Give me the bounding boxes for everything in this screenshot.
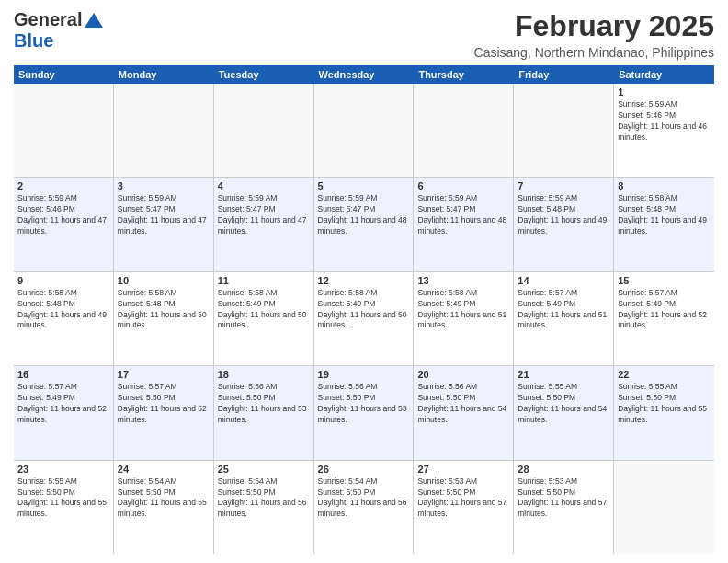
svg-marker-0 [85,13,103,28]
day-cell-24: 24Sunrise: 5:54 AMSunset: 5:50 PMDayligh… [114,461,214,554]
day-number: 6 [417,180,509,191]
day-cell-5: 5Sunrise: 5:59 AMSunset: 5:47 PMDaylight… [314,178,415,270]
day-number: 25 [218,464,310,475]
day-cell-20: 20Sunrise: 5:56 AMSunset: 5:50 PMDayligh… [414,366,514,459]
day-info: Sunrise: 5:58 AMSunset: 5:49 PMDaylight:… [417,288,509,332]
day-number: 20 [417,369,509,380]
empty-cell [614,461,714,554]
day-info: Sunrise: 5:56 AMSunset: 5:50 PMDaylight:… [318,382,410,426]
day-number: 12 [318,275,410,286]
day-info: Sunrise: 5:59 AMSunset: 5:48 PMDaylight:… [518,193,609,237]
day-number: 4 [218,180,310,191]
day-cell-19: 19Sunrise: 5:56 AMSunset: 5:50 PMDayligh… [314,366,415,459]
day-info: Sunrise: 5:54 AMSunset: 5:50 PMDaylight:… [118,477,210,521]
day-cell-21: 21Sunrise: 5:55 AMSunset: 5:50 PMDayligh… [514,366,614,459]
day-info: Sunrise: 5:58 AMSunset: 5:49 PMDaylight:… [318,288,410,332]
day-cell-7: 7Sunrise: 5:59 AMSunset: 5:48 PMDaylight… [514,178,614,270]
empty-cell [514,84,614,177]
day-number: 9 [17,275,109,286]
day-number: 2 [17,180,109,191]
day-info: Sunrise: 5:53 AMSunset: 5:50 PMDaylight:… [518,477,609,521]
day-cell-9: 9Sunrise: 5:58 AMSunset: 5:48 PMDaylight… [14,272,114,365]
logo: General Blue [14,9,103,52]
day-cell-15: 15Sunrise: 5:57 AMSunset: 5:49 PMDayligh… [614,272,714,365]
day-number: 16 [17,369,109,380]
day-number: 21 [518,369,609,380]
day-cell-13: 13Sunrise: 5:58 AMSunset: 5:49 PMDayligh… [414,272,514,365]
calendar-week-2: 2Sunrise: 5:59 AMSunset: 5:46 PMDaylight… [14,178,714,271]
day-cell-10: 10Sunrise: 5:58 AMSunset: 5:48 PMDayligh… [114,272,214,365]
day-cell-27: 27Sunrise: 5:53 AMSunset: 5:50 PMDayligh… [414,461,514,554]
day-number: 3 [118,180,210,191]
page: General Blue February 2025 Casisang, Nor… [0,0,728,563]
day-info: Sunrise: 5:58 AMSunset: 5:48 PMDaylight:… [118,288,210,332]
weekday-header-saturday: Saturday [614,65,714,84]
calendar-week-4: 16Sunrise: 5:57 AMSunset: 5:49 PMDayligh… [14,366,714,460]
day-number: 11 [218,275,310,286]
empty-cell [214,84,314,177]
day-cell-12: 12Sunrise: 5:58 AMSunset: 5:49 PMDayligh… [314,272,415,365]
empty-cell [414,84,514,177]
day-number: 8 [618,180,711,191]
day-cell-11: 11Sunrise: 5:58 AMSunset: 5:49 PMDayligh… [214,272,314,365]
day-cell-4: 4Sunrise: 5:59 AMSunset: 5:47 PMDaylight… [214,178,314,270]
weekday-header-thursday: Thursday [414,65,514,84]
calendar-week-1: 1Sunrise: 5:59 AMSunset: 5:46 PMDaylight… [14,84,714,178]
location-title: Casisang, Northern Mindanao, Philippines [474,45,714,60]
day-cell-3: 3Sunrise: 5:59 AMSunset: 5:47 PMDaylight… [114,178,214,270]
day-info: Sunrise: 5:57 AMSunset: 5:49 PMDaylight:… [17,382,109,426]
day-number: 18 [218,369,310,380]
day-info: Sunrise: 5:58 AMSunset: 5:48 PMDaylight:… [618,193,711,237]
day-info: Sunrise: 5:55 AMSunset: 5:50 PMDaylight:… [518,382,609,426]
day-cell-6: 6Sunrise: 5:59 AMSunset: 5:47 PMDaylight… [414,178,514,270]
calendar-header: SundayMondayTuesdayWednesdayThursdayFrid… [14,65,714,84]
day-number: 13 [417,275,509,286]
day-number: 5 [318,180,410,191]
day-cell-17: 17Sunrise: 5:57 AMSunset: 5:50 PMDayligh… [114,366,214,459]
logo-blue: Blue [14,30,53,51]
day-number: 19 [318,369,410,380]
weekday-header-tuesday: Tuesday [214,65,314,84]
day-info: Sunrise: 5:58 AMSunset: 5:48 PMDaylight:… [17,288,109,332]
logo-general: General [14,9,82,30]
day-cell-16: 16Sunrise: 5:57 AMSunset: 5:49 PMDayligh… [14,366,114,459]
empty-cell [14,84,114,177]
day-cell-2: 2Sunrise: 5:59 AMSunset: 5:46 PMDaylight… [14,178,114,270]
day-info: Sunrise: 5:58 AMSunset: 5:49 PMDaylight:… [218,288,310,332]
day-cell-28: 28Sunrise: 5:53 AMSunset: 5:50 PMDayligh… [514,461,614,554]
day-cell-23: 23Sunrise: 5:55 AMSunset: 5:50 PMDayligh… [14,461,114,554]
day-info: Sunrise: 5:59 AMSunset: 5:47 PMDaylight:… [218,193,310,237]
day-number: 22 [618,369,711,380]
day-info: Sunrise: 5:59 AMSunset: 5:46 PMDaylight:… [618,99,711,144]
month-title: February 2025 [474,9,714,43]
day-number: 17 [118,369,210,380]
day-info: Sunrise: 5:56 AMSunset: 5:50 PMDaylight:… [218,382,310,426]
day-cell-1: 1Sunrise: 5:59 AMSunset: 5:46 PMDaylight… [614,84,714,177]
day-number: 28 [518,464,609,475]
day-number: 27 [417,464,509,475]
calendar: SundayMondayTuesdayWednesdayThursdayFrid… [14,65,714,554]
day-info: Sunrise: 5:54 AMSunset: 5:50 PMDaylight:… [318,477,410,521]
day-number: 1 [618,86,711,98]
day-number: 26 [318,464,410,475]
day-cell-18: 18Sunrise: 5:56 AMSunset: 5:50 PMDayligh… [214,366,314,459]
day-number: 24 [118,464,210,475]
calendar-week-5: 23Sunrise: 5:55 AMSunset: 5:50 PMDayligh… [14,461,714,554]
day-info: Sunrise: 5:57 AMSunset: 5:49 PMDaylight:… [618,288,711,332]
day-info: Sunrise: 5:55 AMSunset: 5:50 PMDaylight:… [618,382,711,426]
weekday-header-monday: Monday [114,65,214,84]
day-info: Sunrise: 5:55 AMSunset: 5:50 PMDaylight:… [17,477,109,521]
day-info: Sunrise: 5:53 AMSunset: 5:50 PMDaylight:… [417,477,509,521]
calendar-body: 1Sunrise: 5:59 AMSunset: 5:46 PMDaylight… [14,84,714,554]
day-cell-14: 14Sunrise: 5:57 AMSunset: 5:49 PMDayligh… [514,272,614,365]
day-number: 10 [118,275,210,286]
day-info: Sunrise: 5:54 AMSunset: 5:50 PMDaylight:… [218,477,310,521]
day-cell-25: 25Sunrise: 5:54 AMSunset: 5:50 PMDayligh… [214,461,314,554]
header: General Blue February 2025 Casisang, Nor… [14,9,714,60]
day-info: Sunrise: 5:57 AMSunset: 5:49 PMDaylight:… [518,288,609,332]
day-number: 14 [518,275,609,286]
day-number: 7 [518,180,609,191]
title-section: February 2025 Casisang, Northern Mindana… [474,9,714,60]
day-info: Sunrise: 5:56 AMSunset: 5:50 PMDaylight:… [417,382,509,426]
weekday-header-friday: Friday [514,65,614,84]
